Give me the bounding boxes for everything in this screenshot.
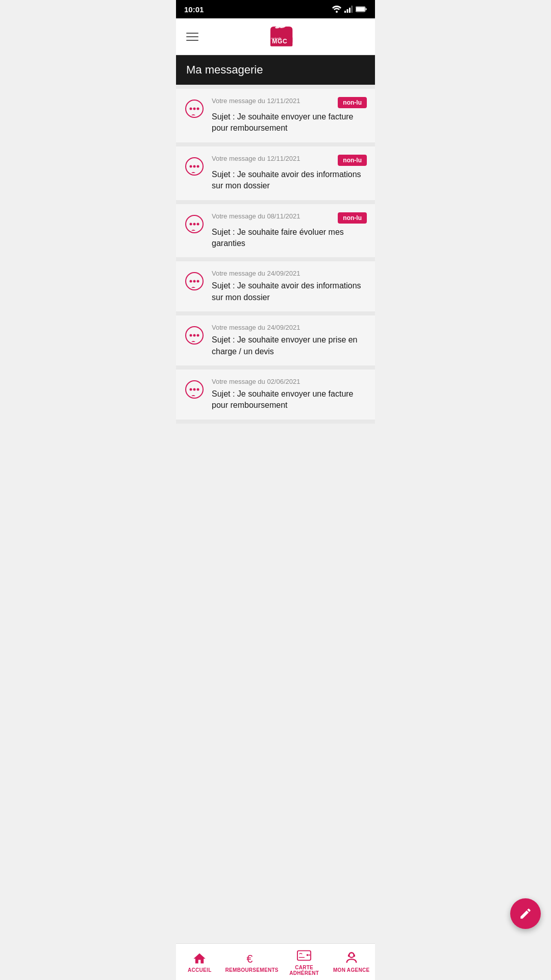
hamburger-line-2 bbox=[186, 36, 198, 37]
card-icon bbox=[297, 948, 311, 963]
message-card[interactable]: Votre message du 12/11/2021 non-lu Sujet… bbox=[176, 146, 375, 200]
signal-icon bbox=[344, 6, 353, 13]
status-time: 10:01 bbox=[184, 5, 204, 14]
message-date: Votre message du 24/09/2021 bbox=[212, 270, 300, 277]
status-bar: 10:01 bbox=[176, 0, 375, 18]
message-card[interactable]: Votre message du 12/11/2021 non-lu Sujet… bbox=[176, 89, 375, 142]
chat-bubble-icon bbox=[184, 214, 205, 235]
chat-bubble-icon bbox=[184, 157, 205, 177]
message-header: Votre message du 24/09/2021 bbox=[212, 324, 367, 331]
header: MGC mutuelle bbox=[176, 18, 375, 55]
chat-bubble-icon bbox=[184, 326, 205, 346]
person-icon bbox=[344, 951, 359, 965]
svg-point-34 bbox=[197, 388, 199, 390]
message-header: Votre message du 12/11/2021 non-lu bbox=[212, 97, 367, 108]
svg-point-12 bbox=[190, 108, 192, 110]
page-title-bar: Ma messagerie bbox=[176, 55, 375, 85]
chat-bubble-icon bbox=[184, 272, 205, 292]
message-subject: Sujet : Je souhaite avoir des informatio… bbox=[212, 169, 367, 192]
message-subject: Sujet : Je souhaite envoyer une facture … bbox=[212, 388, 367, 411]
message-date: Votre message du 12/11/2021 bbox=[212, 97, 300, 105]
svg-rect-6 bbox=[356, 7, 365, 11]
message-subject: Sujet : Je souhaite avoir des informatio… bbox=[212, 280, 367, 303]
message-header: Votre message du 02/06/2021 bbox=[212, 378, 367, 385]
message-date: Votre message du 02/06/2021 bbox=[212, 378, 300, 385]
nav-item-mon-agence[interactable]: MON AGENCE bbox=[328, 944, 375, 980]
svg-point-20 bbox=[190, 223, 192, 225]
content-area: Votre message du 12/11/2021 non-lu Sujet… bbox=[176, 85, 375, 460]
home-icon bbox=[192, 951, 207, 965]
message-subject: Sujet : Je souhaite faire évoluer mes ga… bbox=[212, 227, 367, 250]
svg-point-25 bbox=[193, 280, 196, 283]
hamburger-line-1 bbox=[186, 33, 198, 34]
message-content: Votre message du 02/06/2021 Sujet : Je s… bbox=[212, 378, 367, 411]
svg-point-0 bbox=[336, 11, 338, 13]
svg-point-29 bbox=[193, 334, 196, 337]
svg-point-21 bbox=[193, 223, 196, 225]
hamburger-line-3 bbox=[186, 40, 198, 41]
status-icons bbox=[332, 6, 367, 13]
svg-point-24 bbox=[190, 280, 192, 283]
svg-point-37 bbox=[307, 954, 309, 956]
logo-container: MGC mutuelle bbox=[255, 24, 296, 50]
svg-point-17 bbox=[193, 165, 196, 167]
nav-item-remboursements[interactable]: € REMBOURSEMENTS bbox=[223, 944, 281, 980]
nav-label-mon-agence: MON AGENCE bbox=[333, 967, 370, 973]
chat-bubble-icon bbox=[184, 99, 205, 119]
euro-icon: € bbox=[245, 951, 259, 965]
svg-rect-41 bbox=[348, 954, 349, 957]
nav-item-carte-adherent[interactable]: CARTE ADHÉRENT bbox=[281, 944, 328, 980]
svg-point-33 bbox=[193, 388, 196, 390]
page-title: Ma messagerie bbox=[186, 63, 365, 77]
message-header: Votre message du 12/11/2021 non-lu bbox=[212, 155, 367, 166]
svg-rect-4 bbox=[352, 6, 353, 13]
menu-button[interactable] bbox=[184, 31, 201, 43]
message-card[interactable]: Votre message du 02/06/2021 Sujet : Je s… bbox=[176, 370, 375, 420]
message-date: Votre message du 24/09/2021 bbox=[212, 324, 300, 331]
svg-text:mutuelle: mutuelle bbox=[271, 36, 281, 39]
message-card[interactable]: Votre message du 24/09/2021 Sujet : Je s… bbox=[176, 261, 375, 311]
svg-point-16 bbox=[190, 165, 192, 167]
message-content: Votre message du 24/09/2021 Sujet : Je s… bbox=[212, 270, 367, 303]
chat-bubble-icon bbox=[184, 380, 205, 400]
messages-list: Votre message du 12/11/2021 non-lu Sujet… bbox=[176, 85, 375, 424]
message-date: Votre message du 12/11/2021 bbox=[212, 155, 300, 162]
nav-label-remboursements: REMBOURSEMENTS bbox=[226, 967, 279, 973]
message-content: Votre message du 24/09/2021 Sujet : Je s… bbox=[212, 324, 367, 357]
svg-point-30 bbox=[197, 334, 199, 337]
svg-point-32 bbox=[190, 388, 192, 390]
bottom-nav: ACCUEIL € REMBOURSEMENTS CARTE ADHÉRENT bbox=[176, 943, 375, 980]
svg-rect-1 bbox=[344, 11, 346, 13]
wifi-icon bbox=[332, 6, 341, 13]
nav-label-carte-adherent: CARTE ADHÉRENT bbox=[283, 965, 326, 976]
message-subject: Sujet : Je souhaite envoyer une facture … bbox=[212, 111, 367, 134]
mgc-logo: MGC mutuelle bbox=[255, 24, 296, 50]
unread-badge: non-lu bbox=[338, 97, 367, 108]
svg-point-13 bbox=[193, 108, 196, 110]
nav-label-accueil: ACCUEIL bbox=[188, 967, 212, 973]
svg-rect-42 bbox=[354, 954, 355, 957]
svg-point-18 bbox=[197, 165, 199, 167]
unread-badge: non-lu bbox=[338, 212, 367, 224]
svg-point-26 bbox=[197, 280, 199, 283]
message-header: Votre message du 08/11/2021 non-lu bbox=[212, 212, 367, 224]
message-content: Votre message du 12/11/2021 non-lu Sujet… bbox=[212, 155, 367, 192]
unread-badge: non-lu bbox=[338, 155, 367, 166]
message-header: Votre message du 24/09/2021 bbox=[212, 270, 367, 277]
message-card[interactable]: Votre message du 24/09/2021 Sujet : Je s… bbox=[176, 315, 375, 365]
battery-icon bbox=[356, 6, 367, 12]
svg-point-14 bbox=[197, 108, 199, 110]
message-date: Votre message du 08/11/2021 bbox=[212, 212, 300, 220]
svg-point-28 bbox=[190, 334, 192, 337]
svg-rect-2 bbox=[347, 9, 348, 13]
svg-point-38 bbox=[309, 954, 311, 956]
svg-point-22 bbox=[197, 223, 199, 225]
svg-rect-7 bbox=[366, 8, 367, 10]
message-subject: Sujet : Je souhaite envoyer une prise en… bbox=[212, 334, 367, 357]
svg-rect-3 bbox=[349, 8, 350, 13]
message-content: Votre message du 08/11/2021 non-lu Sujet… bbox=[212, 212, 367, 250]
svg-text:€: € bbox=[246, 952, 253, 965]
message-content: Votre message du 12/11/2021 non-lu Sujet… bbox=[212, 97, 367, 134]
nav-item-accueil[interactable]: ACCUEIL bbox=[176, 944, 223, 980]
message-card[interactable]: Votre message du 08/11/2021 non-lu Sujet… bbox=[176, 204, 375, 258]
